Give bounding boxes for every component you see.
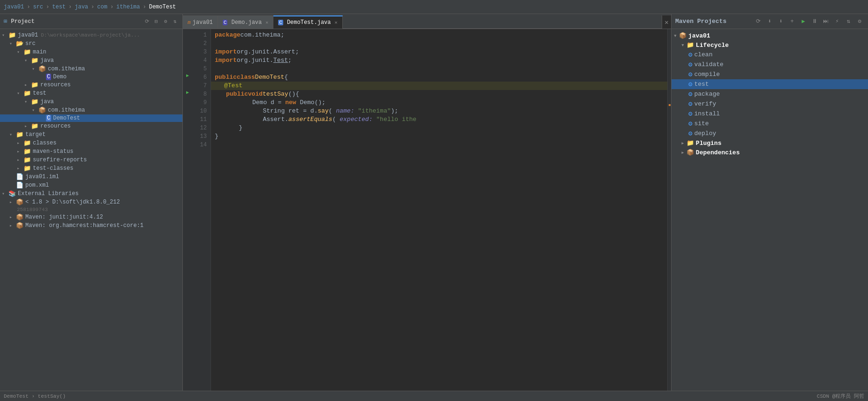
ext-libs-icon: 📚: [8, 190, 16, 197]
tab-demo[interactable]: C Demo.java ✕: [218, 15, 273, 29]
tab-demotest-close[interactable]: ✕: [335, 20, 338, 25]
maven-lifecycle-icon: 📁: [687, 41, 694, 49]
java-test-icon: 📁: [31, 98, 38, 106]
maven-item-plugins[interactable]: ▸ 📁 Plugins: [672, 138, 868, 148]
arrow-ext-libs: ▾: [2, 191, 8, 197]
run-btn-line8[interactable]: ▶: [183, 88, 192, 97]
maven-item-deploy[interactable]: ⚙ deploy: [672, 129, 868, 138]
tab-demotest[interactable]: C DemoTest.java ✕: [273, 15, 342, 29]
maven-item-test[interactable]: ⚙ test: [672, 79, 868, 89]
maven-validate-gear: ⚙: [688, 61, 692, 68]
label-src: src: [25, 40, 36, 47]
arrow-jdk: ▸: [9, 199, 16, 205]
tab-java01[interactable]: m java01: [183, 15, 218, 29]
label-hamcrest: Maven: org.hamcrest:hamcrest-core:1: [25, 222, 143, 229]
label-resources-main: resources: [40, 82, 71, 88]
maven-verify-label: verify: [694, 100, 716, 107]
panel-icons: ⟳ ⊟ ⚙ ⇅: [143, 18, 179, 25]
hamcrest-icon: 📦: [16, 222, 23, 229]
maven-java01-icon: 📦: [679, 32, 687, 39]
code-line-5: [211, 65, 667, 73]
code-line-6: public class DemoTest {: [211, 73, 667, 82]
label-com-itheima-test: com.itheima: [48, 107, 85, 113]
tree-item-ext-libs[interactable]: ▾ 📚 External Libraries: [0, 189, 182, 198]
bottom-status-right: CSDN @程序员 阿哲: [817, 393, 864, 400]
maven-item-validate[interactable]: ⚙ validate: [672, 60, 868, 69]
tree-item-resources-test[interactable]: ▸ 📁 resources: [0, 122, 182, 130]
tree-item-classes[interactable]: ▸ 📁 classes: [0, 139, 182, 147]
maven-tree: ▾ 📦 java01 ▾ 📁 Lifecycle ⚙ clean ⚙ valid…: [672, 29, 868, 391]
scroll-margin: [667, 29, 671, 391]
maven-debug-btn[interactable]: ⏸: [810, 17, 819, 26]
label-test: test: [33, 90, 46, 97]
tree-item-test[interactable]: ▾ 📁 test: [0, 89, 182, 98]
tree-item-iml[interactable]: ▸ 📄 java01.iml: [0, 173, 182, 181]
res-main-icon: 📁: [31, 81, 38, 89]
maven-site-gear: ⚙: [688, 120, 692, 128]
tree-item-target[interactable]: ▾ 📁 target: [0, 130, 182, 139]
run-gutter: ▶ ▶: [183, 29, 192, 391]
tree-item-maven-status[interactable]: ▸ 📁 maven-status: [0, 147, 182, 156]
classes-icon: 📁: [23, 139, 31, 147]
tree-item-jdk[interactable]: ▸ 📦 < 1.8 > D:\soft\jdk1.8.0_212: [0, 198, 182, 206]
breadcrumb-status: DemoTest › testSay(): [4, 393, 66, 399]
maven-item-site[interactable]: ⚙ site: [672, 119, 868, 129]
maven-item-lifecycle[interactable]: ▾ 📁 Lifecycle: [672, 40, 868, 50]
maven-item-dependencies[interactable]: ▸ 📦 Dependencies: [672, 148, 868, 157]
junit-icon: 📦: [16, 213, 23, 221]
tree-item-Demo[interactable]: ▸ C Demo: [0, 73, 182, 81]
maven-java01-label: java01: [688, 32, 710, 39]
tab-java01-label: java01: [193, 19, 213, 26]
maven-add-btn[interactable]: +: [787, 17, 797, 26]
code-content[interactable]: package com.itheima; import org.junit.As…: [211, 29, 667, 391]
tree-item-com-itheima-main[interactable]: ▾ 📦 com.itheima: [0, 65, 182, 73]
tree-item-src[interactable]: ▾ 📂 src: [0, 39, 182, 48]
code-line-2: [211, 39, 667, 48]
tree-item-hamcrest[interactable]: ▸ 📦 Maven: org.hamcrest:hamcrest-core:1: [0, 221, 182, 230]
arrow-main: ▾: [17, 49, 23, 55]
maven-sort-btn[interactable]: ⇅: [844, 17, 853, 26]
maven-download-btn[interactable]: ⬇: [765, 17, 774, 26]
collapse-icon[interactable]: ⊟: [152, 18, 160, 25]
tab-java01-icon: m: [188, 20, 191, 25]
tree-item-main[interactable]: ▾ 📁 main: [0, 48, 182, 56]
code-area[interactable]: ▶ ▶ 12345 678910 11121314 package com.it…: [183, 29, 671, 391]
maven-lightning-btn[interactable]: ⚡: [832, 17, 842, 26]
tree-item-java-main[interactable]: ▾ 📁 java: [0, 56, 182, 65]
tree-item-com-itheima-test[interactable]: ▾ 📦 com.itheima: [0, 106, 182, 114]
maven-item-package[interactable]: ⚙ package: [672, 89, 868, 99]
tree-item-pom[interactable]: ▸ 📄 pom.xml: [0, 181, 182, 189]
maven-skip-tests-btn[interactable]: ⏭: [821, 17, 830, 26]
maven-item-compile[interactable]: ⚙ compile: [672, 69, 868, 79]
close-editor-btn[interactable]: ✕: [662, 15, 671, 29]
maven-refresh-btn[interactable]: ⟳: [754, 17, 763, 26]
tree-item-test-classes[interactable]: ▸ 📁 test-classes: [0, 164, 182, 173]
tree-item-java-test[interactable]: ▾ 📁 java: [0, 98, 182, 106]
tab-demo-label: Demo.java: [231, 19, 262, 26]
tree-item-junit[interactable]: ▸ 📦 Maven: junit:junit:4.12: [0, 213, 182, 221]
label-target: target: [25, 131, 45, 138]
arrow-resources-test: ▸: [24, 123, 31, 129]
maven-download2-btn[interactable]: ⬇: [776, 17, 785, 26]
settings-icon[interactable]: ⚙: [162, 18, 169, 25]
maven-deps-label: Dependencies: [696, 149, 740, 156]
maven-run-btn[interactable]: ▶: [799, 17, 808, 26]
tab-demo-close[interactable]: ✕: [265, 20, 268, 25]
maven-item-java01[interactable]: ▾ 📦 java01: [672, 31, 868, 40]
maven-deploy-gear: ⚙: [688, 129, 692, 137]
maven-item-clean[interactable]: ⚙ clean: [672, 50, 868, 60]
tree-item-surefire-reports[interactable]: ▸ 📁 surefire-reports: [0, 156, 182, 164]
main-icon: 📁: [23, 48, 31, 56]
run-btn-line6[interactable]: ▶: [183, 71, 192, 80]
label-java-main: java: [40, 57, 54, 64]
tree-item-resources-main[interactable]: ▸ 📁 resources: [0, 81, 182, 89]
tree-item-DemoTest[interactable]: ▸ C DemoTest: [0, 114, 182, 122]
sync-icon[interactable]: ⟳: [143, 18, 151, 25]
maven-item-install[interactable]: ⚙ install: [672, 109, 868, 119]
tree-item-java01[interactable]: ▾ 📁 java01 D:\workspace\maven-project\ja…: [0, 31, 182, 39]
maven-plugins-arrow: ▸: [681, 139, 685, 147]
sort-icon[interactable]: ⇅: [171, 18, 179, 25]
maven-item-verify[interactable]: ⚙ verify: [672, 99, 868, 109]
title-src: src: [33, 4, 43, 10]
maven-settings-btn[interactable]: ⚙: [855, 17, 864, 26]
